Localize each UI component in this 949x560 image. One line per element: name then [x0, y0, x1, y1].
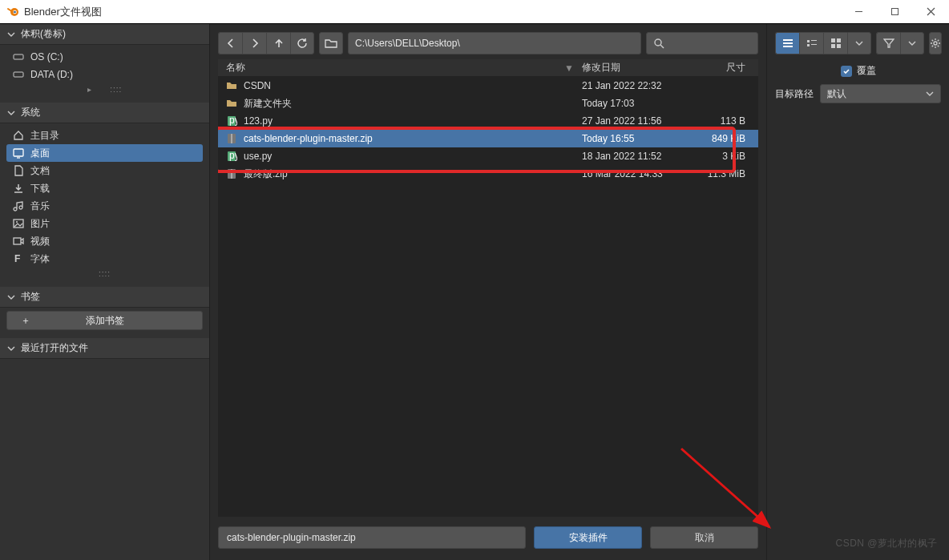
filter-more-button[interactable]: [900, 32, 924, 54]
view-grid-button[interactable]: [823, 32, 847, 54]
file-size: 3 KiB: [694, 151, 758, 162]
override-checkbox[interactable]: [841, 66, 852, 77]
right-panel: 覆盖 目标路径 默认: [766, 24, 949, 560]
svg-rect-4: [892, 9, 899, 15]
cancel-button[interactable]: 取消: [650, 526, 758, 549]
back-button[interactable]: [218, 32, 242, 54]
svg-rect-9: [14, 149, 23, 156]
new-folder-button[interactable]: [319, 32, 343, 54]
file-row[interactable]: 最终版.zip16 Mar 2022 14:3311.3 MiB: [218, 165, 758, 183]
file-row[interactable]: pyuse.py18 Jan 2022 11:523 KiB: [218, 147, 758, 165]
system-item[interactable]: 视频: [6, 232, 203, 250]
volume-item[interactable]: DATA (D:): [6, 66, 203, 83]
system-item[interactable]: 桌面: [6, 144, 203, 162]
system-item[interactable]: 主目录: [6, 127, 203, 144]
file-name: CSDN: [240, 80, 582, 91]
chevron-down-icon: [6, 30, 16, 38]
bookmarks-header[interactable]: 书签: [0, 287, 209, 308]
file-name: cats-blender-plugin-master.zip: [240, 133, 582, 144]
system-item[interactable]: 文档: [6, 162, 203, 179]
chevron-down-icon: [6, 344, 16, 353]
blender-logo-icon: [6, 6, 19, 18]
file-row[interactable]: py123.py27 Jan 2022 11:56113 B: [218, 112, 758, 130]
expand-handle[interactable]: ▸ ::::: [6, 83, 203, 95]
settings-button[interactable]: [929, 32, 942, 54]
maximize-button[interactable]: [877, 0, 913, 24]
file-date: 18 Jan 2022 11:52: [582, 151, 694, 162]
file-date: Today 16:55: [582, 133, 694, 144]
target-path-select[interactable]: 默认: [820, 84, 941, 103]
col-size[interactable]: 尺寸: [694, 61, 758, 75]
system-header[interactable]: 系统: [0, 103, 209, 123]
svg-rect-32: [831, 38, 835, 42]
path-input[interactable]: C:\Users\DELL\Desktop\: [348, 32, 641, 54]
column-headers: 名称▼ 修改日期 尺寸: [218, 59, 758, 77]
folder-type-icon: [11, 200, 26, 212]
main-area: C:\Users\DELL\Desktop\ 名称▼ 修改日期 尺寸 CSDN2…: [210, 24, 766, 560]
drive-icon: [11, 52, 26, 62]
file-name: 新建文件夹: [240, 97, 582, 111]
view-list-button[interactable]: [775, 32, 799, 54]
forward-button[interactable]: [242, 32, 266, 54]
file-date: 21 Jan 2022 22:32: [582, 80, 694, 91]
file-size: 11.3 MiB: [694, 168, 758, 179]
svg-point-2: [14, 10, 16, 13]
volume-item[interactable]: OS (C:): [6, 48, 203, 66]
view-more-button[interactable]: [847, 32, 871, 54]
file-name: 123.py: [240, 115, 582, 127]
search-input[interactable]: [646, 32, 758, 54]
file-row[interactable]: CSDN21 Jan 2022 22:32: [218, 77, 758, 95]
up-button[interactable]: [266, 32, 290, 54]
svg-text:py: py: [229, 151, 237, 161]
svg-text:py: py: [229, 115, 237, 126]
svg-point-36: [934, 42, 937, 45]
view-details-button[interactable]: [799, 32, 823, 54]
override-label: 覆盖: [857, 64, 876, 78]
svg-text:F: F: [14, 253, 20, 264]
system-item[interactable]: 下载: [6, 179, 203, 197]
py-icon: py: [223, 115, 240, 127]
folder-type-icon: F: [11, 253, 26, 264]
svg-rect-35: [837, 44, 841, 48]
col-name[interactable]: 名称▼: [218, 61, 582, 75]
col-date[interactable]: 修改日期: [582, 61, 694, 75]
system-item[interactable]: 音乐: [6, 197, 203, 215]
file-size: 113 B: [694, 115, 758, 127]
svg-line-16: [660, 45, 664, 48]
chevron-down-icon: [926, 90, 934, 98]
recent-header[interactable]: 最近打开的文件: [0, 338, 209, 359]
target-path-label: 目标路径: [775, 87, 814, 101]
svg-rect-31: [811, 44, 817, 45]
search-icon: [653, 38, 664, 49]
folder-icon: [223, 98, 240, 109]
folder-icon: [223, 80, 240, 91]
volumes-header[interactable]: 体积(卷标): [0, 24, 209, 45]
file-date: 27 Jan 2022 11:56: [582, 115, 694, 127]
file-list: CSDN21 Jan 2022 22:32新建文件夹Today 17:03py1…: [218, 77, 758, 517]
file-date: Today 17:03: [582, 98, 694, 109]
recent-label: 最近打开的文件: [21, 341, 88, 355]
svg-rect-30: [807, 44, 810, 46]
file-row[interactable]: cats-blender-plugin-master.zipToday 16:5…: [218, 130, 758, 147]
system-item[interactable]: F字体: [6, 250, 203, 268]
close-button[interactable]: [913, 0, 949, 24]
filter-button[interactable]: [876, 32, 900, 54]
svg-rect-8: [14, 72, 23, 77]
install-button[interactable]: 安装插件: [534, 526, 642, 549]
refresh-button[interactable]: [290, 32, 314, 54]
file-name: 最终版.zip: [240, 167, 582, 181]
minimize-button[interactable]: [841, 0, 877, 24]
svg-rect-25: [783, 39, 793, 41]
folder-type-icon: [11, 130, 26, 141]
add-bookmark-button[interactable]: ＋ 添加书签: [6, 311, 203, 330]
file-date: 16 Mar 2022 14:33: [582, 168, 694, 179]
expand-handle[interactable]: ::::: [6, 268, 203, 279]
system-item[interactable]: 图片: [6, 215, 203, 232]
svg-rect-27: [783, 46, 793, 47]
bookmarks-label: 书签: [21, 290, 40, 304]
svg-rect-33: [837, 38, 841, 42]
zip-icon: [223, 168, 240, 179]
file-row[interactable]: 新建文件夹Today 17:03: [218, 95, 758, 112]
system-label: 系统: [21, 106, 40, 119]
filename-input[interactable]: cats-blender-plugin-master.zip: [218, 526, 526, 549]
